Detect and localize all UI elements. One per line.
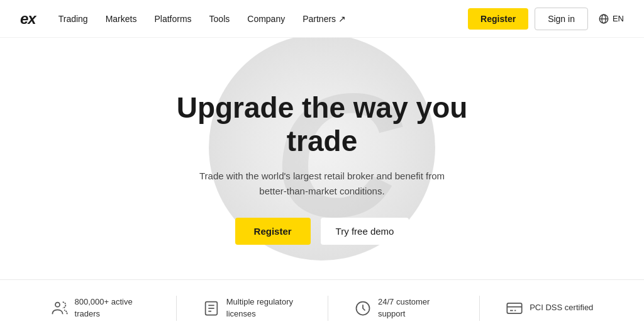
nav-company[interactable]: Company	[247, 14, 285, 24]
svg-point-3	[55, 302, 60, 306]
globe-icon	[598, 13, 609, 25]
signin-button[interactable]: Sign in	[535, 8, 588, 30]
nav-links: Trading Markets Platforms Tools Company …	[58, 14, 468, 24]
nav-trading[interactable]: Trading	[58, 14, 88, 24]
stat-divider-2	[328, 296, 328, 321]
logo-text: ex	[20, 10, 36, 28]
stat-pci: PCI DSS certified	[506, 300, 593, 317]
hero-buttons: Register Try free demo	[235, 218, 409, 245]
pci-icon	[506, 300, 523, 317]
users-icon	[51, 300, 69, 317]
stat-divider-1	[176, 296, 177, 321]
hero-title: Upgrade the way you trade	[165, 91, 479, 158]
lang-label: EN	[613, 14, 624, 23]
stat-traders: 800,000+ active traders	[51, 296, 150, 319]
stat-licenses: Multiple regulatory licenses	[203, 296, 302, 319]
nav-tools[interactable]: Tools	[209, 14, 230, 24]
hero-subtitle: Trade with the world's largest retail br…	[190, 169, 454, 199]
stat-support-text: 24/7 customer support	[378, 296, 453, 319]
stat-divider-3	[479, 296, 480, 321]
stat-licenses-text: Multiple regulatory licenses	[226, 296, 302, 319]
stat-pci-text: PCI DSS certified	[530, 302, 593, 313]
nav-partners[interactable]: Partners ↗	[303, 14, 346, 24]
logo[interactable]: ex	[20, 10, 36, 28]
hero-demo-button[interactable]: Try free demo	[321, 218, 409, 245]
hero-register-button[interactable]: Register	[235, 218, 311, 245]
stats-bar: 800,000+ active traders Multiple regulat…	[0, 279, 644, 336]
register-button[interactable]: Register	[468, 8, 528, 30]
hero-section: C Upgrade the way you trade Trade with t…	[0, 38, 644, 279]
svg-rect-9	[508, 303, 522, 313]
nav-actions: Register Sign in EN	[468, 8, 624, 30]
language-selector[interactable]: EN	[598, 13, 624, 25]
nav-markets[interactable]: Markets	[106, 14, 137, 24]
nav-platforms[interactable]: Platforms	[154, 14, 191, 24]
navbar: ex Trading Markets Platforms Tools Compa…	[0, 0, 644, 38]
license-icon	[203, 300, 220, 317]
support-icon	[354, 300, 372, 317]
stat-support: 24/7 customer support	[354, 296, 453, 319]
hero-content: Upgrade the way you trade Trade with the…	[165, 91, 479, 245]
stat-traders-text: 800,000+ active traders	[75, 296, 150, 319]
